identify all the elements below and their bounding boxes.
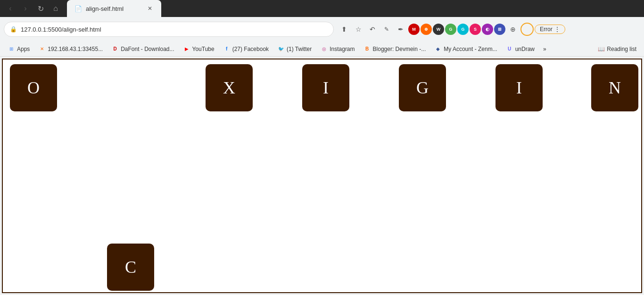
bookmarks-more[interactable]: » [540, 44, 549, 54]
profile-button[interactable] [520, 23, 534, 36]
browser-chrome: ‹ › ↻ ⌂ 📄 align-self.html ✕ 🔒 127.0.0.1:… [0, 0, 644, 42]
bookmark-instagram-label: Instagram [330, 46, 355, 52]
zenm-icon: ◆ [434, 45, 442, 53]
bookmark-192[interactable]: ✕ 192.168.43.1:33455... [34, 43, 107, 55]
bookmark-zenm[interactable]: ◆ My Account - Zenm... [430, 43, 501, 55]
bookmark-twitter-label: (1) Twitter [287, 46, 312, 52]
active-tab[interactable]: 📄 align-self.html ✕ [67, 0, 161, 17]
bookmark-apps[interactable]: ⊞ Apps [4, 43, 33, 55]
home-button[interactable]: ⌂ [49, 2, 62, 15]
tab-bar: ‹ › ↻ ⌂ 📄 align-self.html ✕ [0, 0, 644, 17]
ext-icon-5[interactable]: G [457, 24, 469, 35]
tab-close-button[interactable]: ✕ [146, 5, 154, 12]
address-bar-row: 🔒 127.0.0.1:5500/align-self.html ⬆ ☆ ↶ ✎… [0, 17, 644, 42]
twitter-icon: 🐦 [277, 45, 285, 53]
lock-icon: 🔒 [10, 26, 17, 33]
history-button[interactable]: ↶ [366, 23, 379, 36]
apps-icon: ⊞ [8, 45, 15, 53]
bookmark-apps-label: Apps [17, 46, 30, 52]
x-icon: ✕ [38, 45, 46, 53]
box-O-letter: O [27, 78, 40, 98]
bookmark-undraw[interactable]: U unDraw [502, 43, 538, 55]
back-button[interactable]: ‹ [4, 2, 17, 15]
error-button[interactable]: Error ⋮ [535, 25, 565, 34]
bookmark-instagram[interactable]: ◎ Instagram [316, 43, 358, 55]
box-I1-letter: I [323, 78, 329, 98]
undraw-icon: U [506, 45, 513, 53]
ext-icon-8[interactable]: ⊞ [494, 24, 505, 35]
url-text: 127.0.0.1:5500/align-self.html [21, 26, 328, 33]
feather-button[interactable]: ✎ [380, 23, 393, 36]
ext-icon-2[interactable]: ⊕ [421, 24, 432, 35]
bookmarks-more-label: » [543, 46, 546, 52]
facebook-icon: f [223, 45, 231, 53]
dafont-icon: D [111, 45, 119, 53]
bookmark-dafont-label: DaFont - Download... [121, 46, 174, 52]
box-X-letter: X [223, 78, 235, 98]
share-button[interactable]: ⬆ [338, 23, 351, 36]
tab-title: align-self.html [86, 5, 124, 12]
box-G-letter: G [416, 78, 429, 98]
refresh-button[interactable]: ↻ [34, 2, 47, 15]
box-I1: I [302, 64, 349, 111]
ext-icon-6[interactable]: S [470, 24, 481, 35]
ext-icon-1[interactable]: M [408, 24, 420, 35]
ext-icon-3[interactable]: W [433, 24, 444, 35]
bookmark-zenm-label: My Account - Zenm... [444, 46, 497, 52]
forward-button[interactable]: › [19, 2, 32, 15]
box-I2-letter: I [516, 78, 522, 98]
youtube-icon: ▶ [183, 45, 190, 53]
ext-icon-4[interactable]: G [445, 24, 456, 35]
box-O: O [10, 64, 57, 111]
box-N: N [591, 64, 638, 111]
bookmark-twitter[interactable]: 🐦 (1) Twitter [273, 43, 315, 55]
tab-nav-buttons: ‹ › ↻ ⌂ [4, 2, 62, 15]
toolbar-right: ⬆ ☆ ↶ ✎ ✒ M ⊕ W G G S ◐ ⊞ ⊕ Error ⋮ [338, 23, 565, 36]
reading-list-button[interactable]: 📖 Reading list [594, 44, 640, 54]
box-N-letter: N [609, 78, 621, 98]
bookmark-192-label: 192.168.43.1:33455... [48, 46, 103, 52]
bookmark-facebook-label: (27) Facebook [232, 46, 269, 52]
bookmark-button[interactable]: ☆ [352, 23, 365, 36]
box-I2: I [495, 64, 543, 111]
box-C: C [107, 244, 154, 291]
box-X: X [206, 64, 253, 111]
extensions-button[interactable]: ⊕ [506, 23, 520, 36]
instagram-icon: ◎ [320, 45, 328, 53]
ext-icon-7[interactable]: ◐ [482, 24, 493, 35]
reading-list-icon: 📖 [598, 46, 605, 52]
bookmark-dafont[interactable]: D DaFont - Download... [107, 43, 178, 55]
bookmark-undraw-label: unDraw [515, 46, 535, 52]
main-content: O X I G I N C [2, 59, 642, 293]
pen-button[interactable]: ✒ [394, 23, 407, 36]
bookmark-facebook[interactable]: f (27) Facebook [219, 43, 272, 55]
bookmark-blogger-label: Blogger: Devmein -... [373, 46, 426, 52]
reading-list-label: Reading list [607, 46, 636, 52]
bookmark-youtube[interactable]: ▶ YouTube [179, 43, 218, 55]
bookmark-blogger[interactable]: B Blogger: Devmein -... [360, 43, 430, 55]
bookmarks-bar: ⊞ Apps ✕ 192.168.43.1:33455... D DaFont … [0, 42, 644, 57]
box-C-letter: C [125, 257, 136, 277]
box-G: G [399, 64, 446, 111]
blogger-icon: B [363, 45, 371, 53]
bookmark-youtube-label: YouTube [192, 46, 215, 52]
error-menu-icon: ⋮ [554, 26, 560, 33]
address-bar[interactable]: 🔒 127.0.0.1:5500/align-self.html [4, 22, 334, 37]
tab-favicon-icon: 📄 [74, 5, 82, 12]
error-label: Error [540, 26, 553, 33]
